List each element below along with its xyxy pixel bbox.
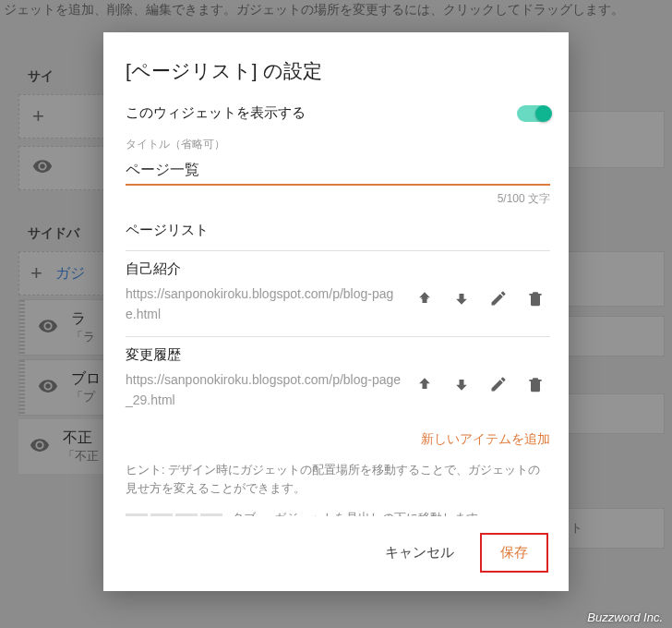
save-button[interactable]: 保存	[484, 537, 545, 569]
page-item-url: https://sanponokiroku.blogspot.com/p/blo…	[126, 284, 402, 325]
dialog-body[interactable]: このウィジェットを表示する タイトル（省略可） 5/100 文字 ページリスト …	[103, 101, 569, 516]
add-new-item-link[interactable]: 新しいアイテムを追加	[126, 422, 550, 461]
pagelist-section-label: ページリスト	[126, 222, 550, 239]
hint-text: ヒント: デザイン時にガジェットの配置場所を移動することで、ガジェットの見せ方を…	[126, 461, 550, 500]
page-item: 変更履歴 https://sanponokiroku.blogspot.com/…	[126, 336, 550, 422]
show-widget-toggle[interactable]	[517, 105, 550, 122]
move-down-button[interactable]	[447, 369, 476, 399]
save-highlight: 保存	[480, 533, 548, 573]
page-item-url: https://sanponokiroku.blogspot.com/p/blo…	[126, 369, 402, 411]
delete-button[interactable]	[521, 369, 550, 399]
move-up-button[interactable]	[410, 369, 439, 399]
show-widget-label: このウィジェットを表示する	[126, 104, 306, 122]
page-item-title: 自己紹介	[126, 260, 550, 278]
move-hint-text: タブ — ガジェットを見出しの下に移動します	[232, 510, 478, 516]
move-up-button[interactable]	[410, 284, 439, 313]
edit-button[interactable]	[484, 369, 513, 399]
title-field-label: タイトル（省略可）	[126, 137, 550, 152]
settings-dialog: [ページリスト] の設定 このウィジェットを表示する タイトル（省略可） 5/1…	[103, 32, 569, 591]
delete-button[interactable]	[521, 284, 550, 313]
tab-layout-icon	[126, 513, 222, 516]
move-down-button[interactable]	[447, 284, 476, 313]
page-item-title: 変更履歴	[126, 346, 550, 364]
cancel-button[interactable]: キャンセル	[368, 533, 471, 573]
dialog-title: [ページリスト] の設定	[103, 32, 569, 101]
edit-button[interactable]	[484, 284, 513, 313]
watermark: Buzzword Inc.	[587, 610, 663, 624]
dialog-footer: キャンセル 保存	[103, 516, 569, 591]
page-item: 自己紹介 https://sanponokiroku.blogspot.com/…	[126, 250, 550, 336]
title-input[interactable]	[126, 158, 550, 186]
char-count: 5/100 文字	[126, 191, 550, 207]
